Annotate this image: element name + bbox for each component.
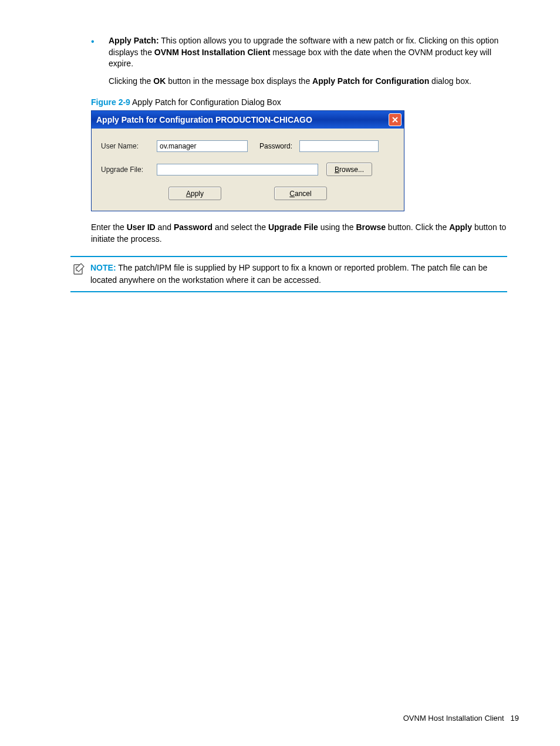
- instr-b4: Browse: [356, 222, 386, 232]
- bullet-p2b: OK: [153, 76, 166, 86]
- cancel-button[interactable]: Cancel: [274, 187, 327, 200]
- instr-b5: Apply: [449, 222, 472, 232]
- close-icon[interactable]: [389, 113, 402, 126]
- password-input[interactable]: [299, 140, 379, 152]
- instr-t2: and: [156, 222, 174, 232]
- instr-t5: button. Click the: [386, 222, 449, 232]
- bullet-bold1: OVNM Host Installation Client: [154, 48, 271, 57]
- figure-caption-text: Apply Patch for Configuration Dialog Box: [130, 97, 281, 107]
- instr-t1: Enter the: [91, 222, 127, 232]
- upgrade-file-input[interactable]: [157, 164, 318, 175]
- dialog-title: Apply Patch for Configuration PRODUCTION…: [96, 115, 389, 124]
- note-block: NOTE: The patch/IPM file is supplied by …: [70, 256, 507, 292]
- password-label: Password:: [259, 142, 292, 150]
- instr-t4: using the: [318, 222, 356, 232]
- instr-b1: User ID: [127, 222, 156, 232]
- note-label: NOTE:: [90, 263, 116, 272]
- figure-caption: Figure 2-9 Apply Patch for Configuration…: [91, 97, 507, 107]
- instruction-text: Enter the User ID and Password and selec…: [91, 222, 507, 245]
- footer-page: 19: [511, 714, 519, 723]
- figure-label: Figure 2-9: [91, 97, 130, 107]
- apply-patch-dialog: Apply Patch for Configuration PRODUCTION…: [91, 110, 404, 211]
- bullet-p2c: button in the message box displays the: [166, 76, 312, 86]
- instr-b3: Upgrade File: [268, 222, 318, 232]
- bullet-p2d: Apply Patch for Configuration: [312, 76, 429, 86]
- footer-text: OVNM Host Installation Client: [403, 714, 504, 723]
- note-text-body: The patch/IPM file is supplied by HP sup…: [90, 263, 487, 285]
- bullet-apply-patch: Apply Patch: This option allows you to u…: [91, 35, 507, 87]
- browse-button[interactable]: Browse...: [326, 163, 372, 176]
- upgrade-file-label: Upgrade File:: [101, 166, 157, 174]
- instr-b2: Password: [174, 222, 212, 232]
- bullet-p2e: dialog box.: [429, 76, 471, 86]
- apply-button[interactable]: Apply: [168, 187, 221, 200]
- dialog-titlebar: Apply Patch for Configuration PRODUCTION…: [92, 111, 404, 129]
- note-icon: [70, 262, 87, 276]
- instr-t3: and select the: [212, 222, 268, 232]
- username-input[interactable]: [157, 140, 248, 152]
- username-label: User Name:: [101, 142, 157, 150]
- bullet-p2a: Clicking the: [109, 76, 153, 86]
- bullet-heading: Apply Patch:: [109, 36, 159, 45]
- page-footer: OVNM Host Installation Client 19: [403, 714, 519, 723]
